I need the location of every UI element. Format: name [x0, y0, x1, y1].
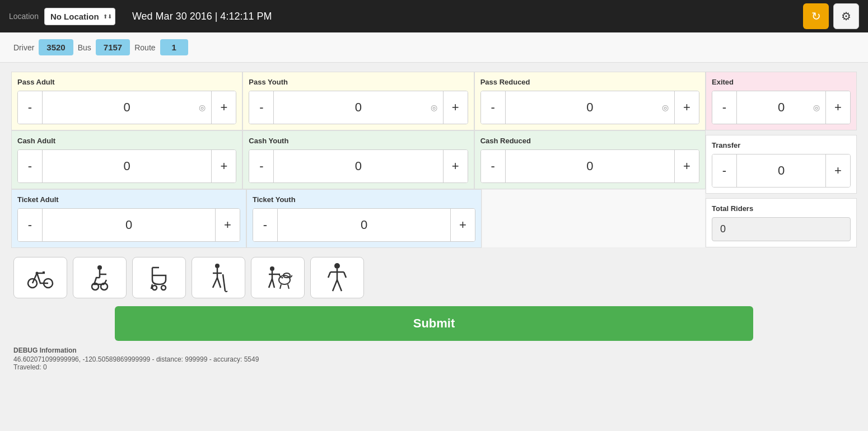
- cash-adult-title: Cash Adult: [17, 137, 236, 145]
- pass-youth-minus[interactable]: -: [249, 91, 274, 124]
- pass-reduced-plus[interactable]: +: [674, 91, 699, 124]
- pass-reduced-value: 0 ◎: [506, 91, 674, 124]
- cash-reduced-value: 0: [506, 150, 674, 182]
- main-content: Pass Adult - 0 ◎ + Pass Youth -: [0, 63, 868, 380]
- pass-youth-icon: ◎: [431, 103, 437, 112]
- svg-point-15: [215, 264, 220, 268]
- ticket-youth-title: Ticket Youth: [253, 195, 475, 204]
- svg-line-29: [288, 284, 289, 289]
- svg-line-28: [280, 284, 281, 289]
- ticket-youth-counter: - 0 +: [253, 208, 475, 242]
- pass-adult-icon: ◎: [199, 103, 206, 112]
- cash-reduced-title: Cash Reduced: [480, 137, 699, 145]
- datetime-display: Wed Mar 30 2016 | 4:12:11 PM: [132, 11, 272, 22]
- ticket-row: Ticket Adult - 0 + Ticket Youth - 0: [11, 189, 706, 248]
- total-riders-value: 0: [712, 217, 851, 241]
- pass-youth-plus[interactable]: +: [443, 91, 468, 124]
- cash-adult-plus[interactable]: +: [211, 150, 236, 182]
- total-riders-section: Total Riders 0: [706, 198, 857, 247]
- svg-line-20: [223, 274, 225, 291]
- cash-row: Cash Adult - 0 + Cash Youth - 0: [11, 130, 706, 189]
- svg-line-36: [328, 272, 330, 278]
- exited-icon: ◎: [813, 103, 820, 112]
- ticket-youth-value: 0: [278, 209, 450, 241]
- cash-adult-section: Cash Adult - 0 +: [11, 130, 242, 189]
- child-button[interactable]: [310, 257, 364, 298]
- dog-button[interactable]: [251, 257, 305, 298]
- ticket-adult-plus[interactable]: +: [215, 209, 240, 241]
- route-label: Route: [134, 43, 155, 52]
- ticket-youth-plus[interactable]: +: [450, 209, 475, 241]
- exited-value: 0 ◎: [737, 91, 825, 124]
- pass-reduced-icon: ◎: [662, 103, 669, 112]
- ticket-youth-minus[interactable]: -: [253, 209, 278, 241]
- wheelchair-button[interactable]: [73, 257, 127, 298]
- pass-adult-title: Pass Adult: [17, 78, 236, 86]
- svg-point-12: [152, 285, 157, 290]
- svg-line-38: [333, 280, 337, 291]
- cash-youth-title: Cash Youth: [249, 137, 468, 145]
- location-selector-wrapper[interactable]: No Location: [44, 8, 115, 25]
- driver-value: 3520: [39, 39, 73, 55]
- transfer-title: Transfer: [712, 141, 851, 149]
- settings-button[interactable]: ⚙: [833, 3, 859, 29]
- pass-youth-title: Pass Youth: [249, 78, 468, 86]
- svg-line-23: [269, 279, 272, 288]
- transfer-plus[interactable]: +: [825, 154, 850, 187]
- cash-youth-plus[interactable]: +: [443, 150, 468, 182]
- stroller-button[interactable]: [132, 257, 186, 298]
- refresh-button[interactable]: ↻: [803, 3, 829, 29]
- cash-adult-minus[interactable]: -: [18, 150, 43, 182]
- sub-header: Driver 3520 Bus 7157 Route 1: [0, 32, 868, 63]
- pass-adult-counter: - 0 ◎ +: [17, 91, 236, 124]
- header: Location No Location Wed Mar 30 2016 | 4…: [0, 0, 868, 32]
- pass-reduced-section: Pass Reduced - 0 ◎ +: [474, 72, 706, 130]
- ticket-adult-value: 0: [43, 209, 215, 241]
- cash-reduced-minus[interactable]: -: [481, 150, 506, 182]
- header-left: Location No Location Wed Mar 30 2016 | 4…: [9, 8, 272, 25]
- right-panel: Exited - 0 ◎ + Transfer - 0: [706, 72, 857, 247]
- svg-line-39: [337, 280, 342, 291]
- pass-adult-value: 0 ◎: [43, 91, 211, 124]
- svg-point-5: [97, 265, 102, 270]
- svg-point-3: [36, 272, 39, 275]
- pass-adult-plus[interactable]: +: [211, 91, 236, 124]
- cash-youth-minus[interactable]: -: [249, 150, 274, 182]
- svg-point-13: [161, 285, 166, 290]
- transfer-value: 0: [737, 154, 825, 187]
- exited-minus[interactable]: -: [712, 91, 737, 124]
- svg-point-21: [270, 266, 274, 271]
- location-label: Location: [9, 12, 39, 21]
- pass-youth-section: Pass Youth - 0 ◎ +: [242, 72, 474, 130]
- submit-button[interactable]: Submit: [115, 306, 753, 341]
- ticket-adult-counter: - 0 +: [17, 208, 240, 242]
- debug-line1: 46.602071099999996, -120.50589869999999 …: [13, 355, 855, 363]
- total-riders-title: Total Riders: [712, 204, 851, 213]
- svg-line-37: [344, 272, 346, 278]
- ticket-adult-section: Ticket Adult - 0 +: [11, 189, 246, 248]
- exited-counter: - 0 ◎ +: [712, 91, 851, 124]
- ticket-adult-minus[interactable]: -: [18, 209, 43, 241]
- pass-reduced-counter: - 0 ◎ +: [480, 91, 699, 124]
- header-buttons: ↻ ⚙: [803, 3, 859, 29]
- exited-section: Exited - 0 ◎ +: [706, 72, 857, 130]
- pass-adult-minus[interactable]: -: [18, 91, 43, 124]
- pass-reduced-minus[interactable]: -: [481, 91, 506, 124]
- svg-point-30: [282, 277, 283, 279]
- driver-item: Driver 3520: [13, 39, 73, 55]
- svg-line-18: [217, 278, 221, 288]
- fare-left: Pass Adult - 0 ◎ + Pass Youth -: [11, 72, 706, 248]
- cash-reduced-counter: - 0 +: [480, 149, 699, 183]
- ticket-row-spacer: [482, 189, 706, 248]
- exited-plus[interactable]: +: [825, 91, 850, 124]
- cane-person-button[interactable]: [192, 257, 245, 298]
- transfer-minus[interactable]: -: [712, 154, 737, 187]
- bike-button[interactable]: [13, 257, 67, 298]
- pass-adult-section: Pass Adult - 0 ◎ +: [11, 72, 242, 130]
- cash-youth-counter: - 0 +: [249, 149, 468, 183]
- icon-buttons-row: [11, 257, 857, 298]
- cash-reduced-plus[interactable]: +: [674, 150, 699, 182]
- location-select[interactable]: No Location: [44, 8, 115, 25]
- pass-row: Pass Adult - 0 ◎ + Pass Youth -: [11, 72, 706, 130]
- ticket-youth-section: Ticket Youth - 0 +: [246, 189, 482, 248]
